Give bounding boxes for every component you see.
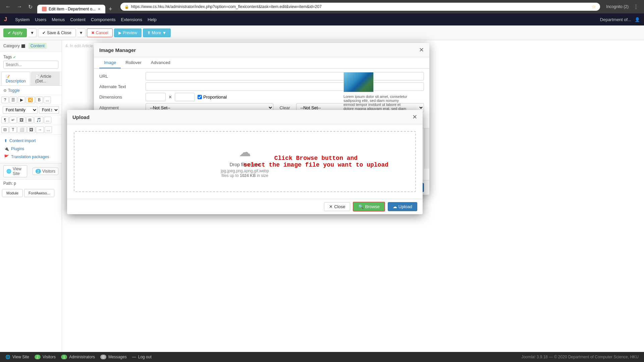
format-grid[interactable]: ⊟ [1, 126, 9, 133]
image-manager-close-button[interactable]: ✕ [419, 46, 424, 54]
upload-close-button[interactable]: ✕ Close [324, 202, 350, 211]
format-arrow[interactable]: → [36, 126, 44, 133]
upload-modal: Upload ✕ ☁ Drop files here jpg,jpeg,png,… [67, 110, 423, 214]
save-split-button[interactable]: ▼ [77, 28, 86, 37]
close-label: Close [334, 204, 345, 209]
apply-button[interactable]: ✔ Apply [3, 28, 27, 37]
content-import-label: Content import [9, 138, 36, 143]
toggle-icon: ⚙ [3, 88, 7, 93]
preview-icon: ▶ [118, 31, 121, 35]
site-link[interactable]: Department of... [600, 17, 631, 22]
alt-text-label: Alternate Text [99, 84, 143, 89]
format-icon-4[interactable]: 🔀 [26, 97, 35, 103]
view-site-label: View Site [12, 355, 29, 359]
format-dots[interactable]: ... [45, 126, 52, 133]
module-button[interactable]: Module [2, 189, 23, 197]
more-button[interactable]: ⬆ More ▼ [143, 28, 171, 37]
format-row-3: ⊟ T ⬜ 🖼 → ... [0, 125, 62, 135]
upload-close-x-button[interactable]: ✕ [412, 113, 417, 121]
nav-help[interactable]: Help [148, 17, 157, 22]
height-input[interactable] [175, 93, 195, 101]
nav-content[interactable]: Content [70, 17, 86, 22]
proportional-checkbox[interactable] [198, 95, 202, 99]
address-bar[interactable]: 🔒 https://www.cs.hku.hk/administrator/in… [120, 3, 600, 11]
status-messages[interactable]: 0 Messages [100, 355, 127, 359]
save-close-button[interactable]: ✔ Save & Close [38, 28, 76, 37]
format-icon-3[interactable]: ▶ [18, 97, 25, 103]
format-media[interactable]: 🎵 [34, 117, 43, 123]
status-bar: 🌐 View Site 2 Visitors 1 Administrators … [0, 352, 644, 362]
upload-action-button[interactable]: ☁ Upload [388, 202, 417, 211]
nav-menus[interactable]: Menus [52, 17, 65, 22]
sidebar-plugins[interactable]: 🔌 Plugins [0, 145, 62, 153]
sidebar-content-import[interactable]: ⬆ Content import [0, 137, 62, 145]
proportional-checkbox-label[interactable]: Proportional [198, 95, 227, 100]
status-visitors[interactable]: 2 Visitors [35, 355, 56, 359]
upload-label: Upload [398, 204, 412, 209]
scrollbar[interactable] [424, 128, 429, 169]
format-t[interactable]: T [9, 126, 17, 133]
tab-description[interactable]: 📝 Description [1, 72, 30, 85]
user-icon[interactable]: 👤 [635, 17, 640, 22]
apply-split-button[interactable]: ▼ [28, 28, 37, 37]
format-icon-1[interactable]: ? [1, 97, 9, 103]
preview-image [343, 72, 374, 92]
upload-size-label: files up to 1024 KB in size [221, 173, 269, 178]
upload-footer: ✕ Close 🔍 Browse ☁ Upload [67, 199, 423, 214]
forward-button[interactable]: → [15, 3, 24, 10]
cancel-button[interactable]: ✖ Cancel [87, 28, 113, 37]
logout-icon: — [132, 355, 136, 359]
format-img[interactable]: 🖼 [17, 117, 25, 123]
browse-button[interactable]: 🔍 Browse [353, 202, 385, 212]
drop-zone[interactable]: ☁ Drop files here jpg,jpeg,png,apng,gif,… [74, 131, 416, 192]
nav-extensions[interactable]: Extensions [121, 17, 143, 22]
back-button[interactable]: ← [3, 3, 13, 10]
preview-button[interactable]: ▶ Preview [114, 28, 142, 37]
format-extra[interactable]: ... [44, 117, 51, 123]
format-icon-5[interactable]: B [36, 97, 43, 103]
tab-image[interactable]: Image [99, 57, 121, 68]
tab-rollover[interactable]: Rollover [121, 57, 146, 68]
toggle-label[interactable]: Toggle [8, 88, 20, 93]
nav-system[interactable]: System [15, 17, 30, 22]
view-site-bar: 🌐 View Site 2 Visitors [0, 163, 62, 179]
admins-badge: 1 [61, 355, 67, 359]
format-table[interactable]: ⊞ [26, 117, 34, 123]
visitors-button[interactable]: 2 Visitors [33, 168, 58, 175]
reload-button[interactable]: ↻ [26, 3, 35, 11]
status-view-site[interactable]: 🌐 View Site [5, 355, 29, 359]
status-logout[interactable]: — Log out [132, 355, 152, 359]
menu-button[interactable]: ⋮ [631, 3, 641, 11]
view-site-icon: 🌐 [5, 355, 10, 359]
font-family-select[interactable]: Font family [3, 106, 38, 114]
status-admins[interactable]: 1 Administrators [61, 355, 95, 359]
active-tab[interactable]: Edit item - Department o... ✕ [37, 5, 105, 13]
sidebar-translation[interactable]: 🚩 Translation packages [0, 153, 62, 161]
fontawesome-button[interactable]: FontAweso... [24, 189, 54, 197]
view-site-button[interactable]: 🌐 View Site [3, 165, 27, 177]
format-icon-6[interactable]: ... [44, 97, 51, 103]
nav-components[interactable]: Components [91, 17, 116, 22]
upload-icon: ☁ [393, 204, 397, 209]
format-para[interactable]: ¶ [1, 117, 9, 123]
upload-formats-label: jpg,jpeg,png,apng,gif,webp [221, 169, 269, 173]
new-tab-button[interactable]: + [107, 5, 114, 13]
format-indent[interactable]: ↵ [9, 117, 17, 123]
nav-users[interactable]: Users [35, 17, 46, 22]
incognito-info: Incognito (2) [606, 4, 629, 9]
font-size-select[interactable]: Font size [39, 106, 59, 114]
category-value[interactable]: Content [29, 43, 47, 49]
tab-article[interactable]: 📄 Article (Det... [31, 72, 60, 85]
format-obj[interactable]: ⬜ [17, 126, 26, 133]
bottom-buttons: Module FontAweso... [0, 187, 62, 199]
format-img2[interactable]: 🖼 [27, 126, 35, 133]
tab-advanced[interactable]: Advanced [146, 57, 175, 68]
more-arrow-icon: ▼ [162, 31, 166, 35]
category-icon: ⬛ [21, 44, 25, 48]
tab-close-button[interactable]: ✕ [98, 7, 101, 11]
tags-search-input[interactable] [3, 61, 58, 69]
upload-title: Upload [72, 114, 90, 120]
width-input[interactable] [146, 93, 166, 101]
admins-label: Administrators [69, 355, 95, 359]
format-icon-2[interactable]: ☰ [9, 97, 17, 103]
